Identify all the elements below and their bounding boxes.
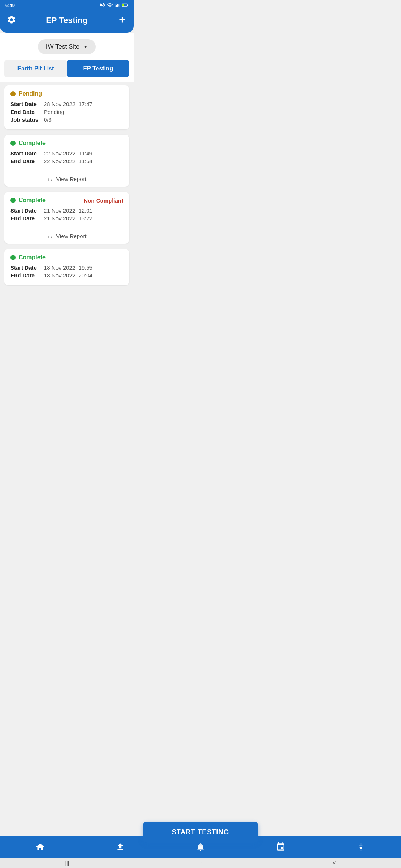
site-selector-container: IW Test Site ▼ bbox=[0, 33, 134, 58]
site-selector-label: IW Test Site bbox=[46, 43, 79, 50]
end-date-label-2: End Date bbox=[10, 158, 44, 164]
start-date-value-1: 28 Nov 2022, 17:47 bbox=[44, 101, 92, 107]
view-report-text-2: View Report bbox=[56, 233, 86, 239]
start-date-value-2: 22 Nov 2022, 11:49 bbox=[44, 150, 92, 157]
card-body-2: Complete Start Date 22 Nov 2022, 11:49 E… bbox=[4, 135, 129, 171]
card-body-4: Complete Start Date 18 Nov 2022, 19:55 E… bbox=[4, 249, 129, 285]
job-status-label: Job status bbox=[10, 116, 44, 123]
site-selector[interactable]: IW Test Site ▼ bbox=[38, 39, 96, 54]
card-complete-2: Complete Start Date 18 Nov 2022, 19:55 E… bbox=[4, 249, 129, 285]
status-label-complete-1: Complete bbox=[19, 140, 46, 147]
bar-chart-icon-2 bbox=[47, 233, 53, 239]
card-status-row-3: Complete Non Compliant bbox=[10, 197, 123, 204]
bar-chart-icon bbox=[47, 176, 53, 182]
tab-ep-testing[interactable]: EP Testing bbox=[67, 60, 129, 77]
card-end-date-row-1: End Date Pending bbox=[10, 109, 123, 115]
status-label-complete-2: Complete bbox=[19, 197, 46, 204]
card-start-date-row-1: Start Date 28 Nov 2022, 17:47 bbox=[10, 101, 123, 107]
content-area: Pending Start Date 28 Nov 2022, 17:47 En… bbox=[0, 82, 134, 335]
settings-icon[interactable] bbox=[7, 15, 16, 26]
header-title: EP Testing bbox=[46, 16, 88, 25]
start-date-label-3: Start Date bbox=[10, 207, 44, 214]
app-header: EP Testing bbox=[0, 10, 134, 33]
card-body-1: Pending Start Date 28 Nov 2022, 17:47 En… bbox=[4, 85, 129, 129]
view-report-text-1: View Report bbox=[56, 176, 86, 182]
status-dot-pending bbox=[10, 91, 16, 96]
card-end-date-row-2: End Date 22 Nov 2022, 11:54 bbox=[10, 158, 123, 164]
mute-icon bbox=[100, 2, 105, 8]
status-bar: 6:49 bbox=[0, 0, 134, 10]
card-body-3: Complete Non Compliant Start Date 21 Nov… bbox=[4, 192, 129, 228]
battery-icon bbox=[122, 3, 128, 7]
card-status-row-1: Pending bbox=[10, 91, 123, 97]
svg-rect-2 bbox=[117, 4, 118, 7]
status-dot-complete-3 bbox=[10, 255, 16, 260]
end-date-value-4: 18 Nov 2022, 20:04 bbox=[44, 272, 92, 279]
card-end-date-row-3: End Date 21 Nov 2022, 13:22 bbox=[10, 215, 123, 221]
tab-earth-pit-list[interactable]: Earth Pit List bbox=[4, 60, 67, 77]
tabs-container: Earth Pit List EP Testing bbox=[0, 58, 134, 82]
start-date-value-4: 18 Nov 2022, 19:55 bbox=[44, 264, 92, 271]
end-date-label: End Date bbox=[10, 109, 44, 115]
card-end-date-row-4: End Date 18 Nov 2022, 20:04 bbox=[10, 272, 123, 279]
card-job-status-row-1: Job status 0/3 bbox=[10, 116, 123, 123]
start-date-label-4: Start Date bbox=[10, 264, 44, 271]
status-label-pending: Pending bbox=[19, 91, 42, 97]
view-report-btn-2[interactable]: View Report bbox=[4, 228, 129, 244]
svg-rect-1 bbox=[116, 5, 117, 7]
signal-icon bbox=[114, 2, 120, 8]
card-complete-non-compliant: Complete Non Compliant Start Date 21 Nov… bbox=[4, 192, 129, 244]
end-date-label-4: End Date bbox=[10, 272, 44, 279]
svg-rect-3 bbox=[118, 4, 119, 7]
start-date-label: Start Date bbox=[10, 101, 44, 107]
end-date-value-1: Pending bbox=[44, 109, 64, 115]
start-date-label-2: Start Date bbox=[10, 150, 44, 157]
status-dot-complete-2 bbox=[10, 198, 16, 203]
non-compliant-badge: Non Compliant bbox=[84, 197, 123, 204]
status-label-complete-3: Complete bbox=[19, 254, 46, 261]
add-icon[interactable] bbox=[117, 15, 127, 26]
card-status-row-4: Complete bbox=[10, 254, 123, 261]
start-date-value-3: 21 Nov 2022, 12:01 bbox=[44, 207, 92, 214]
end-date-label-3: End Date bbox=[10, 215, 44, 221]
end-date-value-3: 21 Nov 2022, 13:22 bbox=[44, 215, 92, 221]
card-complete-1: Complete Start Date 22 Nov 2022, 11:49 E… bbox=[4, 135, 129, 187]
end-date-value-2: 22 Nov 2022, 11:54 bbox=[44, 158, 92, 164]
svg-rect-0 bbox=[115, 6, 115, 7]
card-start-date-row-2: Start Date 22 Nov 2022, 11:49 bbox=[10, 150, 123, 157]
svg-rect-6 bbox=[122, 4, 124, 6]
card-start-date-row-3: Start Date 21 Nov 2022, 12:01 bbox=[10, 207, 123, 214]
view-report-btn-1[interactable]: View Report bbox=[4, 171, 129, 187]
card-pending: Pending Start Date 28 Nov 2022, 17:47 En… bbox=[4, 85, 129, 129]
status-dot-complete-1 bbox=[10, 141, 16, 146]
wifi-icon bbox=[107, 2, 113, 8]
card-status-row-2: Complete bbox=[10, 140, 123, 147]
svg-rect-5 bbox=[127, 5, 128, 6]
status-time: 6:49 bbox=[5, 3, 15, 8]
status-icons bbox=[100, 2, 128, 8]
card-start-date-row-4: Start Date 18 Nov 2022, 19:55 bbox=[10, 264, 123, 271]
job-status-value-1: 0/3 bbox=[44, 116, 52, 123]
chevron-down-icon: ▼ bbox=[83, 44, 88, 49]
